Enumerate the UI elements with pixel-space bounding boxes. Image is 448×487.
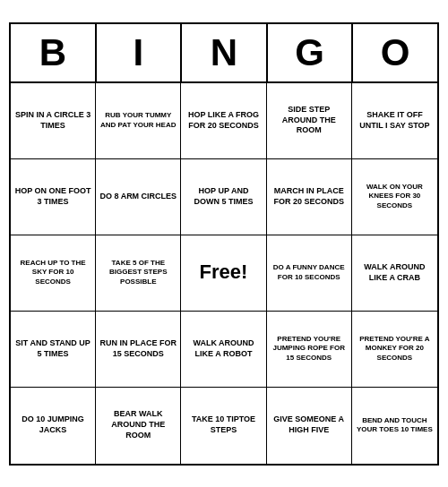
bingo-cell: SIT AND STAND UP 5 TIMES: [11, 312, 96, 388]
bingo-cell: REACH UP TO THE SKY FOR 10 SECONDS: [11, 235, 96, 312]
header-letter: G: [268, 24, 354, 81]
bingo-cell: DO A FUNNY DANCE FOR 10 SECONDS: [267, 235, 352, 312]
bingo-cell: WALK AROUND LIKE A CRAB: [352, 235, 437, 312]
bingo-cell: BEND AND TOUCH YOUR TOES 10 TIMES: [352, 388, 437, 464]
bingo-cell: SHAKE IT OFF UNTIL I SAY STOP: [352, 83, 437, 159]
bingo-cell: HOP LIKE A FROG FOR 20 SECONDS: [181, 83, 266, 159]
bingo-cell: HOP UP AND DOWN 5 TIMES: [181, 159, 266, 235]
bingo-cell: WALK AROUND LIKE A ROBOT: [181, 312, 266, 388]
bingo-cell: MARCH IN PLACE FOR 20 SECONDS: [267, 159, 352, 235]
bingo-cell: WALK ON YOUR KNEES FOR 30 SECONDS: [352, 159, 437, 235]
bingo-cell: TAKE 5 OF THE BIGGEST STEPS POSSIBLE: [96, 235, 181, 312]
bingo-cell: SIDE STEP AROUND THE ROOM: [267, 83, 352, 159]
bingo-cell: PRETEND YOU'RE JUMPING ROPE FOR 15 SECON…: [267, 312, 352, 388]
bingo-card: BINGO SPIN IN A CIRCLE 3 TIMESRUB YOUR T…: [9, 22, 439, 466]
bingo-cell: RUB YOUR TUMMY AND PAT YOUR HEAD: [96, 83, 181, 159]
bingo-cell: DO 8 ARM CIRCLES: [96, 159, 181, 235]
header-letter: O: [353, 24, 437, 81]
bingo-cell: DO 10 JUMPING JACKS: [11, 388, 96, 464]
bingo-cell: GIVE SOMEONE A HIGH FIVE: [267, 388, 352, 464]
bingo-cell: SPIN IN A CIRCLE 3 TIMES: [11, 83, 96, 159]
bingo-grid: SPIN IN A CIRCLE 3 TIMESRUB YOUR TUMMY A…: [11, 83, 437, 464]
bingo-cell: HOP ON ONE FOOT 3 TIMES: [11, 159, 96, 235]
header-letter: N: [182, 24, 268, 81]
header-letter: I: [97, 24, 183, 81]
bingo-header: BINGO: [11, 24, 437, 83]
bingo-cell: PRETEND YOU'RE A MONKEY FOR 20 SECONDS: [352, 312, 437, 388]
bingo-cell: BEAR WALK AROUND THE ROOM: [96, 388, 181, 464]
header-letter: B: [11, 24, 97, 81]
bingo-cell: Free!: [181, 235, 266, 312]
bingo-cell: TAKE 10 TIPTOE STEPS: [181, 388, 266, 464]
bingo-cell: RUN IN PLACE FOR 15 SECONDS: [96, 312, 181, 388]
